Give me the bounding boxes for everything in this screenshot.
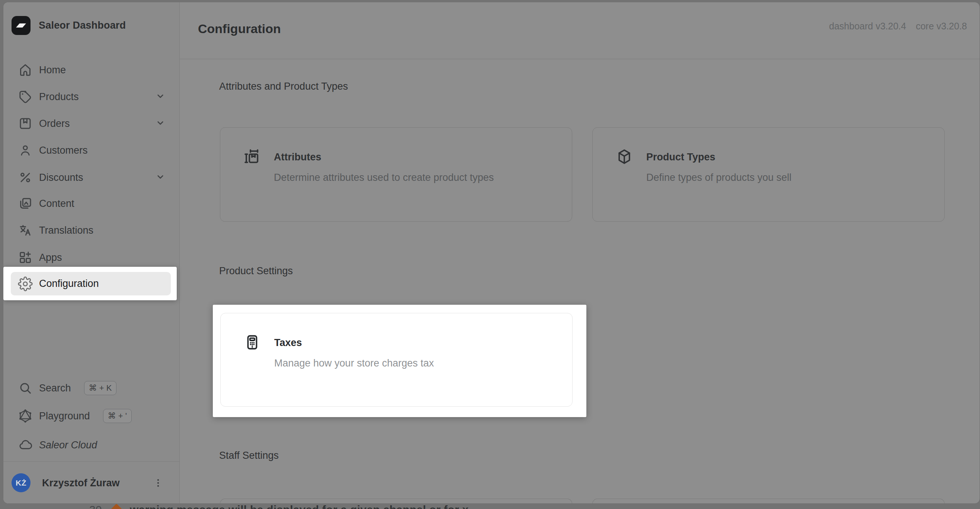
warning-icon [110, 503, 122, 509]
sidebar-item-apps[interactable]: Apps [3, 246, 179, 269]
pages-icon [18, 196, 33, 211]
section-heading-product-settings: Product Settings [219, 265, 293, 277]
main-content: Configuration dashboard v3.20.4 core v3.… [180, 2, 980, 503]
header-divider [180, 59, 980, 59]
card-title: Product Types [646, 151, 716, 163]
chevron-down-icon[interactable] [155, 117, 166, 130]
section-heading-attributes: Attributes and Product Types [219, 81, 348, 92]
sidebar-item-products[interactable]: Products [3, 85, 179, 108]
sidebar-item-label: Customers [39, 145, 88, 156]
card-product-types[interactable]: Product Types Define types of products y… [592, 127, 945, 222]
user-name: Krzysztof Żuraw [42, 477, 120, 489]
sidebar-item-label: Home [39, 64, 66, 76]
spotlight-taxes: Taxes Manage how your store charges tax [213, 305, 586, 417]
sidebar-item-customers[interactable]: Customers [3, 139, 179, 162]
shortcut-badge: ⌘ + K [84, 381, 117, 395]
brand[interactable]: Saleor Dashboard [11, 16, 126, 35]
sidebar-item-label: Content [39, 198, 75, 210]
sidebar-item-configuration[interactable]: Configuration [11, 272, 171, 296]
sidebar-item-orders[interactable]: Orders [3, 112, 179, 135]
page-title: Configuration [198, 22, 281, 36]
sidebar-item-playground[interactable]: Playground ⌘ + ' [3, 404, 179, 428]
sidebar-item-saleor-cloud[interactable]: Saleor Cloud [3, 433, 179, 457]
sidebar-item-label: Search [39, 382, 71, 394]
spotlight-configuration: Configuration [3, 267, 177, 300]
sidebar-item-label: Orders [39, 118, 70, 129]
sidebar-item-label: Discounts [39, 172, 83, 183]
card-description: Manage how your store charges tax [274, 358, 434, 369]
sidebar-item-discounts[interactable]: Discounts [3, 166, 179, 189]
graphql-icon [18, 409, 33, 423]
card-description: Determine attributes used to create prod… [274, 172, 494, 183]
chevron-down-icon[interactable] [155, 91, 166, 103]
card-staff-partial-right[interactable] [592, 499, 945, 504]
apps-grid-icon [18, 250, 33, 265]
saleor-logo-icon [11, 16, 30, 35]
sidebar-item-label: Products [39, 91, 79, 103]
home-icon [18, 62, 33, 77]
attributes-measure-icon [243, 148, 261, 167]
sidebar-item-label: Apps [39, 252, 62, 263]
gear-icon [18, 277, 33, 291]
package-icon [18, 116, 33, 131]
section-heading-staff-settings: Staff Settings [219, 450, 279, 461]
cube-icon [616, 148, 633, 167]
dashboard-version: dashboard v3.20.4 [829, 21, 906, 32]
chevron-down-icon[interactable] [155, 171, 166, 184]
calculator-icon [244, 334, 261, 352]
version-info: dashboard v3.20.4 core v3.20.8 [829, 21, 967, 32]
sidebar-item-home[interactable]: Home [3, 59, 179, 81]
sidebar: Saleor Dashboard Home Products Orders [3, 2, 180, 503]
card-title: Attributes [274, 151, 321, 163]
sidebar-item-label: Translations [39, 225, 93, 236]
card-attributes[interactable]: Attributes Determine attributes used to … [220, 127, 572, 222]
card-title: Taxes [274, 337, 302, 348]
card-taxes[interactable]: Taxes Manage how your store charges tax [220, 313, 573, 407]
app-window: Saleor Dashboard Home Products Orders [3, 2, 980, 504]
cloud-icon [18, 437, 33, 452]
sidebar-item-label: Saleor Cloud [39, 439, 97, 451]
card-description: Define types of products you sell [646, 172, 791, 183]
user-menu[interactable]: KŻ Krzysztof Żuraw [3, 471, 179, 495]
sidebar-item-search[interactable]: Search ⌘ + K [3, 377, 179, 399]
sidebar-item-translations[interactable]: Translations [3, 219, 179, 242]
shortcut-badge: ⌘ + ' [103, 409, 132, 423]
avatar[interactable]: KŻ [11, 473, 30, 492]
sidebar-item-label: Playground [39, 410, 90, 422]
underlay-text: warning message will be displayed for a … [130, 503, 469, 509]
sidebar-divider [3, 461, 179, 462]
kebab-menu-icon[interactable] [151, 476, 165, 490]
sidebar-item-content[interactable]: Content [3, 192, 179, 215]
sidebar-item-label: Configuration [39, 278, 99, 289]
person-icon [18, 143, 33, 158]
card-staff-partial-left[interactable] [220, 499, 572, 504]
percent-icon [18, 170, 33, 185]
brand-name: Saleor Dashboard [39, 20, 126, 31]
underlying-page-text: 30 warning message will be displayed for… [0, 503, 980, 509]
tag-icon [18, 89, 33, 104]
translate-icon [18, 223, 33, 238]
underlay-line-number: 30 [89, 503, 102, 509]
core-version: core v3.20.8 [916, 21, 967, 32]
search-icon [18, 381, 33, 396]
